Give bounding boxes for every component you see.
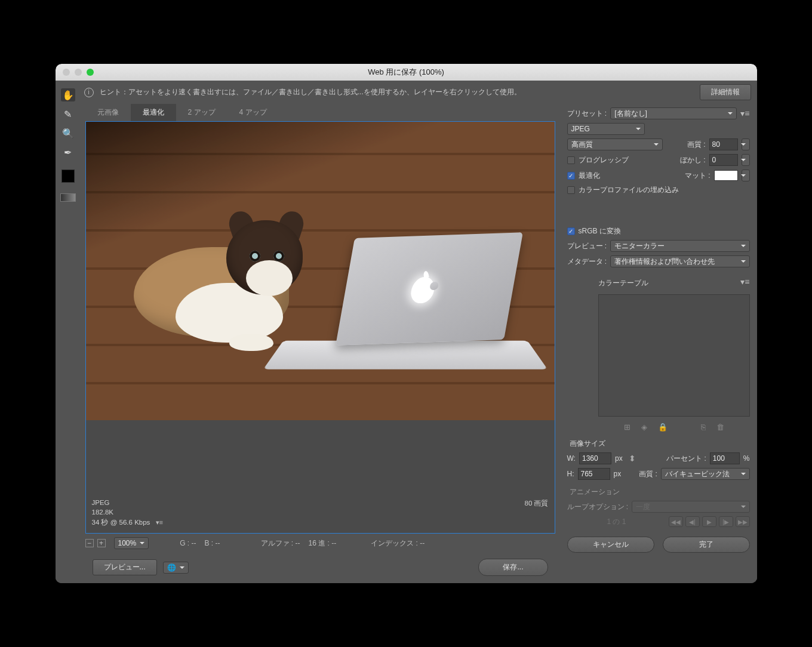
info-download-time: 34 秒 @ 56.6 Kbps [92,519,150,526]
progressive-checkbox[interactable] [567,156,575,164]
progressive-label: プログレッシブ [579,155,629,165]
info-filesize: 182.8K [92,509,549,516]
animation-title: アニメーション [570,487,750,497]
readout-b: B : -- [205,539,220,547]
height-input[interactable] [578,468,610,480]
window-title: Web 用に保存 (100%) [56,67,757,78]
preset-dropdown[interactable]: [名前なし] [610,107,737,119]
zoom-out-button[interactable] [85,539,94,547]
format-dropdown[interactable]: JPEG [567,123,645,135]
percent-unit: % [743,454,750,463]
save-for-web-window: Web 用に保存 (100%) i ヒント：アセットをより速く書き出すには、ファ… [56,64,757,583]
matte-dropdown[interactable] [742,170,750,181]
metadata-dropdown[interactable]: 著作権情報および問い合わせ先 [610,255,749,267]
cancel-button[interactable]: キャンセル [567,537,654,553]
metadata-label: メタデータ : [567,257,607,267]
toggle-slice-visibility[interactable] [60,193,76,202]
imagesize-title: 画像サイズ [570,439,750,449]
preset-menu-icon[interactable]: ▾≡ [740,109,749,118]
quality-input[interactable] [709,138,738,150]
readout-g: G : -- [180,539,196,547]
preview-info: JPEG 182.8K 34 秒 @ 56.6 Kbps ▾≡ 80 画質 [86,495,555,533]
ct-lock-icon[interactable]: 🔒 [658,423,668,432]
hint-text: ヒント：アセットをより速く書き出すには、ファイル／書き出し／書き出し形式...を… [100,87,521,97]
readout-index: インデックス : -- [371,538,425,549]
slice-select-tool[interactable]: ✎ [61,107,75,121]
width-label: W: [567,454,576,463]
blur-input[interactable] [709,154,738,166]
save-button[interactable]: 保存... [478,559,548,576]
preview-dropdown[interactable]: モニターカラー [610,240,749,252]
resample-label: 画質 : [639,469,657,479]
download-speed-menu-icon[interactable]: ▾≡ [156,519,163,526]
px-unit: px [615,454,623,463]
srgb-checkbox[interactable] [567,227,575,235]
ct-snap-icon[interactable]: ⊞ [624,423,630,432]
tab-original[interactable]: 元画像 [85,104,131,121]
footer-bar: プレビュー... 🌐 保存... [85,555,555,583]
prev-frame-button: ◀| [685,516,700,527]
hand-tool[interactable]: ✋ [61,88,75,101]
percent-label: パーセント : [666,454,706,464]
px-unit2: px [614,470,622,478]
blur-label: ぼかし : [680,155,706,165]
preset-label: プリセット : [567,109,607,119]
view-tabs: 元画像 最適化 2 アップ 4 アップ [85,104,555,121]
optimized-label: 最適化 [579,171,600,181]
hint-bar: i ヒント：アセットをより速く書き出すには、ファイル／書き出し／書き出し形式..… [56,81,757,104]
settings-panel: プリセット : [名前なし] ▾≡ JPEG 高画質 画質 : プログレッシブ [560,104,757,583]
tab-2up[interactable]: 2 アップ [176,104,227,121]
link-dimensions-icon[interactable]: ⬍ [629,454,636,463]
percent-input[interactable] [710,452,740,464]
preview-canvas[interactable]: JPEG 182.8K 34 秒 @ 56.6 Kbps ▾≡ 80 画質 [85,121,555,534]
readout-hex: 16 進 : -- [309,538,337,549]
zoom-tool[interactable]: 🔍 [61,127,75,140]
readout-alpha: アルファ : -- [261,538,300,549]
colortable-buttons: ⊞ ◈ 🔒 ⎘ 🗑 [598,423,750,432]
zoom-dropdown[interactable]: 100% [114,537,149,549]
preview-in-browser-button[interactable]: プレビュー... [93,559,157,575]
blur-stepper[interactable] [742,154,750,166]
center-area: 元画像 最適化 2 アップ 4 アップ [81,104,560,583]
tab-4up[interactable]: 4 アップ [227,104,279,121]
colortable-title: カラーテーブル [598,278,648,288]
preview-label: プレビュー : [567,241,607,251]
info-format: JPEG [92,499,549,506]
resample-dropdown[interactable]: バイキュービック法 [661,468,750,480]
titlebar: Web 用に保存 (100%) [56,64,757,81]
height-label: H: [567,470,574,478]
srgb-label: sRGB に変換 [579,226,621,236]
matte-swatch[interactable] [714,170,738,181]
frame-counter: 1 の 1 [567,517,666,527]
tab-optimized[interactable]: 最適化 [131,104,176,121]
quality-label: 画質 : [687,140,706,150]
details-button[interactable]: 詳細情報 [700,84,751,100]
eyedropper-color-swatch[interactable] [61,170,75,183]
optimized-checkbox[interactable] [567,172,575,180]
tool-column: ✋ ✎ 🔍 ✒ [56,86,81,583]
embed-profile-label: カラープロファイルの埋め込み [579,185,679,195]
ct-cube-icon[interactable]: ◈ [641,423,647,432]
next-frame-button: |▶ [719,516,733,527]
width-input[interactable] [579,452,611,464]
info-icon: i [84,88,94,97]
matte-label: マット : [685,171,710,181]
loop-dropdown: 一度 [632,501,749,513]
embed-profile-checkbox[interactable] [567,186,575,194]
preview-image [86,122,555,420]
quality-preset-dropdown[interactable]: 高画質 [567,138,663,150]
color-table[interactable] [598,294,750,417]
browser-dropdown[interactable]: 🌐 [163,562,189,574]
readout-bar: 100% G : -- B : -- アルファ : -- 16 進 : -- イ… [85,534,555,555]
play-button: ▶ [702,516,716,527]
info-quality: 80 画質 [525,499,549,508]
first-frame-button: ◀◀ [669,516,683,527]
zoom-in-button[interactable] [97,539,106,547]
quality-stepper[interactable] [742,138,750,150]
colortable-menu-icon[interactable]: ▾≡ [740,277,749,286]
ct-new-icon[interactable]: ⎘ [701,423,706,432]
ct-trash-icon[interactable]: 🗑 [716,423,724,432]
loop-label: ループオプション : [567,502,629,512]
eyedropper-tool[interactable]: ✒ [61,146,75,159]
done-button[interactable]: 完了 [663,537,750,553]
